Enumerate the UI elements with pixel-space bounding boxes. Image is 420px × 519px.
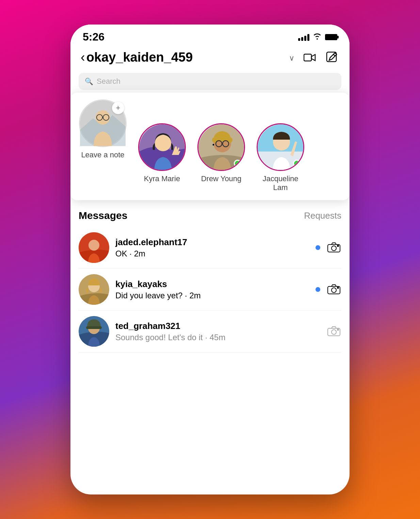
svg-point-12 — [214, 134, 220, 139]
svg-point-32 — [337, 287, 339, 288]
message-preview: Did you leave yet? · 2m — [115, 291, 309, 300]
header: ‹ okay_kaiden_459 ∨ — [70, 46, 350, 70]
message-content: ted_graham321 Sounds good! Let's do it ·… — [115, 321, 309, 342]
avatar — [79, 232, 109, 263]
kyra-avatar — [138, 123, 186, 171]
table-row[interactable]: jaded.elephant17 OK · 2m — [79, 227, 341, 269]
message-username: kyia_kayaks — [115, 279, 309, 289]
messages-title: Messages — [79, 210, 127, 221]
drew-name: Drew Young — [201, 174, 242, 183]
add-note-button[interactable]: + — [112, 102, 124, 114]
signal-icon — [298, 33, 309, 41]
story-item-self[interactable]: + Leave a note — [77, 99, 128, 159]
chevron-down-icon[interactable]: ∨ — [289, 54, 294, 63]
messages-header: Messages Requests — [79, 200, 341, 227]
camera-button[interactable] — [326, 324, 341, 339]
camera-button[interactable] — [326, 282, 341, 297]
drew-online-dot — [234, 160, 241, 167]
message-preview: Sounds good! Let's do it · 45m — [115, 333, 309, 342]
table-row[interactable]: kyia_kayaks Did you leave yet? · 2m — [79, 269, 341, 311]
drew-avatar — [197, 123, 245, 171]
requests-link[interactable]: Requests — [304, 210, 341, 221]
camera-button[interactable] — [326, 240, 341, 255]
stories-panel: + Leave a note Why is tomorrow Monday!? … — [70, 93, 350, 200]
username-title: okay_kaiden_459 — [86, 50, 287, 65]
svg-point-27 — [337, 245, 339, 247]
message-username: jaded.elephant17 — [115, 237, 309, 248]
svg-rect-35 — [86, 326, 102, 329]
messages-section: Messages Requests jaded.elephant17 — [70, 200, 350, 352]
stories-row: + Leave a note Why is tomorrow Monday!? … — [77, 99, 343, 192]
self-story-label: Leave a note — [81, 151, 124, 159]
message-preview: OK · 2m — [115, 249, 309, 258]
story-item-drew[interactable]: Finally landing in NYC! ❤️ — [196, 99, 247, 183]
svg-rect-1 — [327, 52, 336, 62]
avatar — [79, 274, 109, 305]
search-input[interactable]: Search — [97, 77, 120, 86]
jacqueline-name: Jacqueline Lam — [255, 174, 306, 192]
svg-point-26 — [332, 246, 336, 251]
self-avatar: + — [79, 99, 127, 147]
unread-indicator — [316, 287, 320, 292]
avatar — [79, 316, 109, 347]
search-bar[interactable]: 🔍 Search — [79, 73, 341, 90]
table-row[interactable]: ted_graham321 Sounds good! Let's do it ·… — [79, 311, 341, 352]
svg-point-38 — [337, 329, 339, 330]
status-bar: 5:26 — [70, 25, 350, 46]
wifi-icon — [313, 33, 322, 42]
svg-point-19 — [212, 144, 214, 146]
header-icons — [303, 50, 339, 65]
phone-frame: 5:26 ‹ okay_kaiden_459 ∨ — [70, 25, 350, 494]
svg-point-24 — [88, 240, 99, 251]
svg-point-37 — [332, 330, 336, 334]
status-time: 5:26 — [83, 31, 104, 43]
compose-button[interactable] — [325, 50, 339, 65]
message-list: jaded.elephant17 OK · 2m — [79, 227, 341, 352]
message-content: jaded.elephant17 OK · 2m — [115, 237, 309, 258]
message-username: ted_graham321 — [115, 321, 309, 331]
status-icons — [298, 33, 337, 42]
svg-point-8 — [155, 135, 171, 151]
back-button[interactable]: ‹ — [81, 50, 85, 65]
unread-indicator — [316, 329, 320, 334]
unread-indicator — [316, 245, 320, 250]
svg-point-13 — [219, 132, 225, 138]
battery-icon — [325, 34, 337, 40]
jacqueline-online-dot — [293, 160, 301, 167]
story-item-kyra[interactable]: Why is tomorrow Monday!? 😩 — [136, 99, 188, 183]
search-icon: 🔍 — [85, 77, 93, 85]
story-item-jacqueline[interactable]: Game night this weekend? 🎱 — [255, 99, 306, 192]
kyra-name: Kyra Marie — [144, 174, 180, 183]
message-content: kyia_kayaks Did you leave yet? · 2m — [115, 279, 309, 300]
svg-point-31 — [332, 288, 336, 293]
video-camera-button[interactable] — [303, 50, 317, 65]
jacqueline-avatar — [257, 123, 304, 171]
svg-rect-0 — [304, 54, 311, 61]
search-area: 🔍 Search — [70, 70, 350, 93]
